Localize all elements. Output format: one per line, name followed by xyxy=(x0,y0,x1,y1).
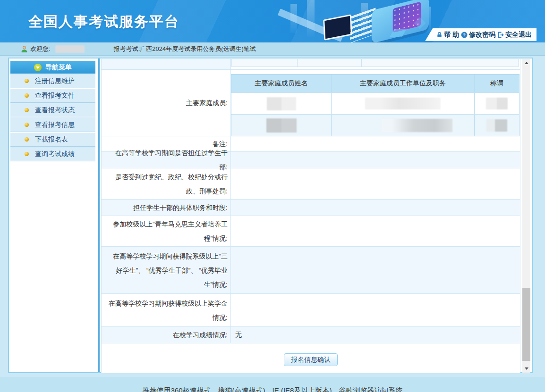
button-area: 报名信息确认 xyxy=(102,343,520,373)
content-scrollbar[interactable] xyxy=(522,59,530,373)
help-link[interactable]: 帮 助 xyxy=(436,31,459,39)
form-row-scholarship: 在高等学校学习期间获得校级以上奖学金情况: xyxy=(102,294,520,327)
row-label: 是否受到过党纪、政纪、校纪处分或行政、刑事处罚: xyxy=(102,168,231,199)
family-members-label: 主要家庭成员: xyxy=(102,70,231,136)
exam-info: 报考考试:广西2024年度考试录用公务员(选调生)笔试 xyxy=(114,45,256,53)
form-row-marxist-program: 参加校级以上“青年马克思主义者培养工程”情况: xyxy=(102,216,520,247)
row-value xyxy=(231,200,520,216)
app-header: 全国人事考试服务平台 帮 助 ? 修改密码 安全退出 xyxy=(0,0,545,42)
form-row-punishment: 是否受到过党纪、政纪、校纪处分或行政、刑事处罚: xyxy=(102,168,520,200)
redacted-workplace xyxy=(382,119,452,132)
family-col-name: 主要家庭成员姓名 xyxy=(231,75,332,92)
row-label: 担任学生干部的具体职务和时段: xyxy=(102,200,231,216)
page-title: 全国人事考试服务平台 xyxy=(28,12,179,32)
arrow-up-icon xyxy=(525,62,528,64)
redacted-relation xyxy=(486,119,507,132)
redacted-workplace xyxy=(365,98,441,109)
sidebar-item-label: 查看报考信息 xyxy=(35,121,75,129)
bullet-icon xyxy=(25,108,29,112)
svg-text:?: ? xyxy=(463,32,466,37)
browser-recommendation: 推荐使用360极速模式、搜狗(高速模式)、IE (IE8及以上版本)、谷歌浏览器… xyxy=(0,386,545,392)
family-members-row: 主要家庭成员: 主要家庭成员姓名 主要家庭成员工作单位及职务 称谓 xyxy=(102,70,520,136)
family-table-row xyxy=(231,92,519,114)
sidebar-item-label: 注册信息维护 xyxy=(35,77,75,85)
form-row-honors: 在高等学校学习期间获得院系级以上“三好学生”、 “优秀学生干部”、 “优秀毕业生… xyxy=(102,247,520,294)
redacted-name xyxy=(266,118,297,133)
sidebar-item-label: 查询考试成绩 xyxy=(35,150,75,158)
sidebar-item-view-application-status[interactable]: 查看报考状态 xyxy=(10,103,95,117)
row-value xyxy=(231,216,520,246)
bullet-icon xyxy=(25,152,29,156)
row-value: 无 xyxy=(231,327,520,343)
form-row-academic-performance: 在校学习成绩情况: 无 xyxy=(102,327,520,343)
welcome-bar: 欢迎您: 报考考试:广西2024年度考试录用公务员(选调生)笔试 xyxy=(0,42,545,56)
chevron-down-icon xyxy=(34,64,42,71)
illustration-monitor xyxy=(323,14,352,41)
confirm-registration-button[interactable]: 报名信息确认 xyxy=(284,353,338,366)
row-label: 在高等学校学习期间获得校级以上奖学金情况: xyxy=(102,294,231,326)
row-value xyxy=(231,294,520,326)
family-table-header: 主要家庭成员姓名 主要家庭成员工作单位及职务 称谓 xyxy=(231,75,519,92)
scroll-up-button[interactable] xyxy=(522,59,530,67)
nav-menu-title: 导航菜单 xyxy=(45,63,72,72)
redacted-name xyxy=(267,97,296,110)
arrow-down-icon xyxy=(525,367,528,370)
previous-table-fragment xyxy=(231,59,519,67)
partial-row xyxy=(102,59,520,70)
form-row-student-cadre: 在高等学校学习期间是否担任过学生干部: xyxy=(102,152,520,168)
row-value xyxy=(231,152,520,168)
form-row-cadre-position-period: 担任学生干部的具体职务和时段: xyxy=(102,200,520,216)
page-root: 全国人事考试服务平台 帮 助 ? 修改密码 安全退出 xyxy=(0,0,545,392)
change-password-link[interactable]: ? 修改密码 xyxy=(461,31,495,39)
sidebar-item-register-info[interactable]: 注册信息维护 xyxy=(10,74,95,88)
page-footer: 推荐使用360极速模式、搜狗(高速模式)、IE (IE8及以上版本)、谷歌浏览器… xyxy=(0,377,545,392)
sidebar-item-view-application-info[interactable]: 查看报考信息 xyxy=(10,118,95,132)
sidebar-item-download-registration-form[interactable]: 下载报名表 xyxy=(10,133,95,147)
header-illustration xyxy=(274,0,444,42)
sidebar-item-label: 下载报名表 xyxy=(35,135,68,144)
row-value xyxy=(231,136,520,151)
family-col-workplace: 主要家庭成员工作单位及职务 xyxy=(332,75,475,92)
bullet-icon xyxy=(25,79,29,83)
username-redacted xyxy=(55,45,85,53)
row-label: 参加校级以上“青年马克思主义者培养工程”情况: xyxy=(102,216,231,246)
logout-icon xyxy=(497,32,504,38)
question-icon: ? xyxy=(461,32,468,38)
change-password-label: 修改密码 xyxy=(469,31,495,39)
row-value xyxy=(231,247,520,293)
redacted-relation xyxy=(486,98,508,109)
bullet-icon xyxy=(25,137,29,142)
scroll-down-button[interactable] xyxy=(522,365,530,373)
sidebar-item-label: 查看报考状态 xyxy=(35,106,75,115)
help-label: 帮 助 xyxy=(444,31,459,39)
scrollbar-thumb[interactable] xyxy=(522,288,530,361)
user-avatar-icon xyxy=(21,45,28,53)
logout-label: 安全退出 xyxy=(505,31,532,39)
nav-menu-header: 导航菜单 xyxy=(10,61,95,74)
row-label: 在校学习成绩情况: xyxy=(102,327,231,343)
main-container: 导航菜单 注册信息维护 查看报考文件 查看报考状态 查看报考信息 下载报名表 xyxy=(8,58,533,373)
user-toolbar: 帮 助 ? 修改密码 安全退出 xyxy=(425,28,536,41)
sidebar-item-label: 查看报考文件 xyxy=(35,92,75,100)
sidebar-item-view-exam-files[interactable]: 查看报考文件 xyxy=(10,89,95,103)
row-label: 在高等学校学习期间是否担任过学生干部: xyxy=(102,152,231,168)
logout-link[interactable]: 安全退出 xyxy=(497,31,532,39)
family-table: 主要家庭成员姓名 主要家庭成员工作单位及职务 称谓 xyxy=(231,74,519,136)
sidebar: 导航菜单 注册信息维护 查看报考文件 查看报考状态 查看报考信息 下载报名表 xyxy=(10,61,95,161)
family-table-row xyxy=(231,114,519,136)
welcome-label: 欢迎您: xyxy=(30,45,51,53)
sidebar-divider xyxy=(98,58,100,372)
row-value xyxy=(231,168,520,199)
family-col-relation: 称谓 xyxy=(475,75,519,92)
sidebar-item-query-exam-results[interactable]: 查询考试成绩 xyxy=(10,147,95,161)
bullet-icon xyxy=(25,93,29,98)
lock-icon xyxy=(436,32,443,38)
form-area: 主要家庭成员: 主要家庭成员姓名 主要家庭成员工作单位及职务 称谓 xyxy=(101,59,520,373)
bullet-icon xyxy=(25,123,29,127)
row-label: 在高等学校学习期间获得院系级以上“三好学生”、 “优秀学生干部”、 “优秀毕业生… xyxy=(102,247,231,293)
